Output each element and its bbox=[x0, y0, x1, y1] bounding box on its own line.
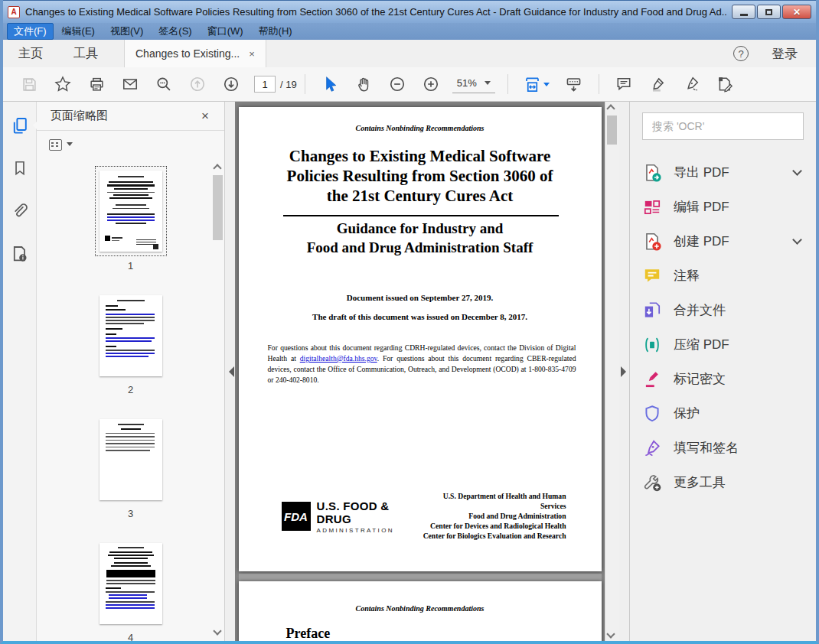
zoom-out-button[interactable] bbox=[383, 72, 411, 96]
scroll-up-icon[interactable] bbox=[213, 164, 221, 172]
maximize-icon bbox=[765, 9, 772, 15]
thumbnail-page-2[interactable]: 2 bbox=[89, 291, 173, 395]
previous-page-button[interactable] bbox=[184, 72, 211, 96]
tool-label: 注释 bbox=[674, 267, 700, 285]
comment-tool-button[interactable] bbox=[610, 72, 638, 96]
tool-more-tools[interactable]: 更多工具 bbox=[642, 465, 804, 499]
navigation-rail bbox=[3, 102, 37, 641]
left-panel-collapse-gutter[interactable] bbox=[225, 102, 235, 641]
sign-tool-button[interactable] bbox=[677, 72, 705, 96]
page-thumbnails-panel-button[interactable] bbox=[8, 114, 31, 137]
compress-pdf-icon bbox=[642, 335, 662, 355]
collapse-left-icon[interactable] bbox=[224, 366, 234, 377]
favorites-button[interactable] bbox=[49, 72, 77, 96]
menu-window[interactable]: 窗口(W) bbox=[201, 23, 250, 40]
select-tool-button[interactable] bbox=[316, 72, 344, 96]
expand-right-icon[interactable] bbox=[621, 366, 631, 377]
tool-edit-pdf[interactable]: 编辑 PDF bbox=[642, 190, 804, 224]
document-subtitle-line: Food and Drug Administration Staff bbox=[239, 239, 602, 258]
menu-file[interactable]: 文件(F) bbox=[7, 23, 54, 40]
menu-help[interactable]: 帮助(H) bbox=[252, 23, 299, 40]
hand-tool-button[interactable] bbox=[350, 72, 377, 96]
save-button[interactable] bbox=[15, 72, 43, 96]
right-panel-collapse-gutter[interactable] bbox=[619, 102, 629, 641]
tools-search-input[interactable] bbox=[651, 119, 795, 133]
find-button[interactable] bbox=[150, 72, 178, 96]
minimize-button[interactable] bbox=[732, 5, 755, 19]
reading-mode-icon bbox=[565, 76, 582, 93]
tool-protect[interactable]: 保护 bbox=[642, 396, 804, 431]
thumbnail-page-1[interactable]: 1 bbox=[89, 166, 173, 272]
highlight-tool-button[interactable] bbox=[644, 72, 671, 96]
thumbnail-page-4[interactable]: 4 bbox=[89, 539, 173, 641]
tab-bar: 主页 工具 Changes to Existing... × ? 登录 bbox=[3, 40, 816, 67]
edit-page-tool-button[interactable] bbox=[711, 72, 739, 96]
tab-document[interactable]: Changes to Existing... × bbox=[124, 40, 266, 67]
thumbnails-panel-close-button[interactable]: × bbox=[197, 108, 214, 125]
comment-icon bbox=[615, 76, 632, 93]
next-page-button[interactable] bbox=[217, 72, 245, 96]
tool-redact[interactable]: 标记密文 bbox=[642, 362, 804, 396]
tools-search-box bbox=[642, 112, 804, 140]
fit-width-icon bbox=[524, 76, 541, 93]
tab-close-icon[interactable]: × bbox=[249, 48, 255, 60]
document-title: Changes to Existing Medical Software Pol… bbox=[239, 147, 602, 206]
attachments-panel-button[interactable] bbox=[8, 200, 31, 223]
tab-document-label: Changes to Existing... bbox=[135, 47, 240, 60]
document-scroll-view[interactable]: Contains Nonbinding Recommendations Chan… bbox=[235, 102, 605, 641]
thumbnail-preview bbox=[100, 543, 162, 624]
title-bar: A Changes to Existing Medical Software P… bbox=[3, 0, 816, 23]
tool-export-pdf[interactable]: 导出 PDF bbox=[642, 155, 804, 190]
document-scrollbar[interactable] bbox=[605, 102, 619, 641]
tool-label: 编辑 PDF bbox=[674, 198, 729, 216]
document-title-line: Changes to Existing Medical Software bbox=[239, 147, 602, 167]
tool-create-pdf[interactable]: 创建 PDF bbox=[642, 224, 804, 259]
menu-bar: 文件(F) 编辑(E) 视图(V) 签名(S) 窗口(W) 帮助(H) bbox=[3, 23, 816, 40]
agency-line: Center for Devices and Radiological Heal… bbox=[423, 522, 566, 532]
maximize-button[interactable] bbox=[757, 5, 781, 19]
thumbnails-scrollbar[interactable] bbox=[212, 161, 224, 638]
reading-mode-button[interactable] bbox=[560, 72, 588, 96]
zoom-level-select[interactable]: 51% bbox=[452, 75, 495, 93]
thumbnails-options-icon[interactable] bbox=[49, 139, 62, 151]
chevron-down-icon[interactable] bbox=[67, 142, 73, 149]
fit-width-button[interactable] bbox=[519, 72, 554, 96]
window-title: Changes to Existing Medical Software Pol… bbox=[25, 6, 726, 18]
tab-home[interactable]: 主页 bbox=[3, 40, 58, 67]
zoom-in-button[interactable] bbox=[417, 72, 445, 96]
menu-edit[interactable]: 编辑(E) bbox=[55, 23, 102, 40]
scrollbar-thumb[interactable] bbox=[607, 115, 617, 145]
fda-footer: FDA U.S. FOOD & DRUG ADMINISTRATION U.S.… bbox=[282, 492, 566, 542]
email-button[interactable] bbox=[116, 72, 144, 96]
close-button[interactable]: ✕ bbox=[782, 5, 811, 19]
tool-fill-sign[interactable]: 填写和签名 bbox=[642, 431, 804, 465]
scroll-down-icon[interactable] bbox=[606, 629, 615, 638]
tool-combine-files[interactable]: 合并文件 bbox=[642, 293, 804, 327]
thumbnail-page-3[interactable]: 3 bbox=[89, 415, 173, 519]
menu-view[interactable]: 视图(V) bbox=[103, 23, 150, 40]
scrollbar-thumb[interactable] bbox=[213, 175, 223, 240]
tab-tools[interactable]: 工具 bbox=[58, 40, 113, 67]
email-link[interactable]: digitalhealth@fda.hhs.gov bbox=[300, 354, 377, 363]
page-info-panel-button[interactable] bbox=[8, 242, 31, 265]
acrobat-window: A Changes to Existing Medical Software P… bbox=[0, 0, 819, 644]
sign-in-button[interactable]: 登录 bbox=[772, 45, 798, 63]
page-number-input[interactable] bbox=[254, 76, 276, 93]
tool-compress-pdf[interactable]: 压缩 PDF bbox=[642, 327, 804, 362]
fda-logo: FDA bbox=[282, 502, 311, 531]
zoom-level-value: 51% bbox=[457, 77, 477, 89]
tool-label: 保护 bbox=[674, 405, 700, 422]
page-up-icon bbox=[189, 76, 206, 93]
title-rule bbox=[283, 215, 559, 216]
scroll-down-icon[interactable] bbox=[213, 626, 221, 635]
bookmark-icon bbox=[11, 160, 28, 177]
highlight-icon bbox=[649, 76, 666, 93]
menu-sign[interactable]: 签名(S) bbox=[152, 23, 198, 40]
email-icon bbox=[122, 76, 139, 93]
bookmarks-panel-button[interactable] bbox=[8, 157, 31, 180]
tool-comment[interactable]: 注释 bbox=[642, 259, 804, 293]
thumbnail-preview bbox=[100, 295, 162, 376]
print-button[interactable] bbox=[83, 72, 110, 96]
scroll-up-icon[interactable] bbox=[606, 104, 615, 112]
help-button[interactable]: ? bbox=[733, 46, 749, 61]
